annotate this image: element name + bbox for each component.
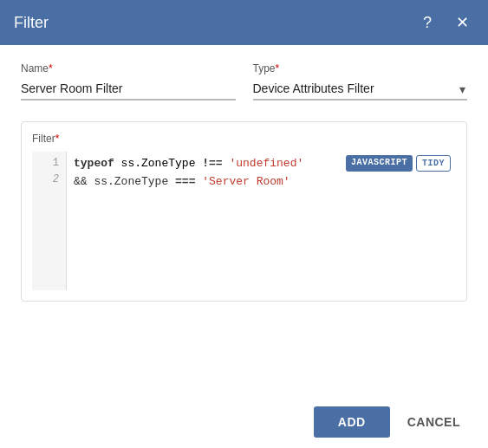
type-field-group: Type* Device Attributes Filter IP Range … (253, 62, 468, 101)
name-field-group: Name* (21, 62, 236, 101)
name-label: Name* (21, 62, 236, 75)
type-select-wrapper: Device Attributes Filter IP Range Filter… (253, 78, 468, 101)
dialog-footer: ADD CANCEL (0, 396, 488, 448)
type-select[interactable]: Device Attributes Filter IP Range Filter… (253, 78, 468, 101)
filter-label: Filter* (32, 133, 456, 145)
code-badges: JAVASCRIPT TIDY (346, 155, 451, 172)
close-button[interactable]: ✕ (450, 10, 474, 35)
close-icon: ✕ (456, 13, 469, 32)
help-button[interactable]: ? (415, 10, 439, 35)
name-input[interactable] (21, 78, 236, 101)
tidy-badge: TIDY (416, 155, 451, 172)
code-content[interactable]: typeof ss.ZoneType !== 'undefined' && ss… (67, 152, 456, 290)
help-icon: ? (423, 14, 432, 32)
line-numbers: 1 2 (32, 152, 67, 290)
filter-section: Filter* 1 2 typeof ss.ZoneType !== 'unde… (21, 121, 467, 302)
dialog-body: Name* Type* Device Attributes Filter IP … (0, 45, 488, 396)
line-number-1: 1 (39, 155, 59, 172)
code-line-2: && ss.ZoneType === 'Server Room' (74, 173, 449, 192)
cancel-button[interactable]: CANCEL (400, 406, 467, 438)
code-editor[interactable]: 1 2 typeof ss.ZoneType !== 'undefined' &… (32, 152, 456, 290)
header-actions: ? ✕ (415, 10, 474, 35)
javascript-badge: JAVASCRIPT (346, 155, 413, 172)
form-row-name-type: Name* Type* Device Attributes Filter IP … (21, 62, 467, 101)
add-button[interactable]: ADD (314, 406, 390, 438)
type-label: Type* (253, 62, 468, 75)
dialog-title: Filter (14, 14, 49, 32)
keyword-typeof: typeof (74, 155, 114, 173)
filter-dialog: Filter ? ✕ Name* Type* (0, 0, 488, 448)
line-number-2: 2 (39, 172, 59, 188)
dialog-header: Filter ? ✕ (0, 0, 488, 45)
